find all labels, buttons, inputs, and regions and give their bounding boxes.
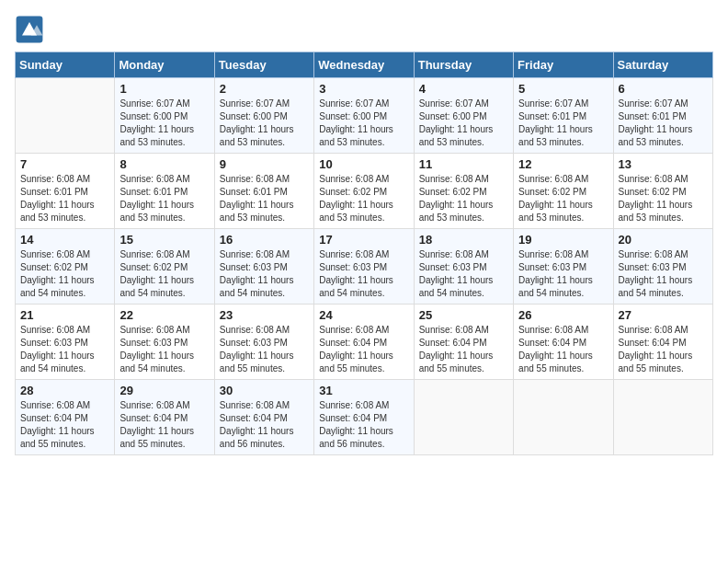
day-info: Sunrise: 6:08 AM Sunset: 6:01 PM Dayligh…	[119, 173, 209, 224]
calendar-day-cell: 29Sunrise: 6:08 AM Sunset: 6:04 PM Dayli…	[115, 380, 214, 455]
day-info: Sunrise: 6:08 AM Sunset: 6:02 PM Dayligh…	[518, 173, 608, 224]
calendar-day-cell: 14Sunrise: 6:08 AM Sunset: 6:02 PM Dayli…	[16, 229, 115, 304]
day-info: Sunrise: 6:07 AM Sunset: 6:00 PM Dayligh…	[319, 98, 408, 149]
day-info: Sunrise: 6:08 AM Sunset: 6:03 PM Dayligh…	[619, 248, 708, 300]
calendar-day-cell: 31Sunrise: 6:08 AM Sunset: 6:04 PM Dayli…	[314, 380, 414, 455]
calendar-body: 1Sunrise: 6:07 AM Sunset: 6:00 PM Daylig…	[16, 78, 713, 455]
page-header	[15, 15, 713, 44]
day-number: 27	[619, 308, 708, 322]
calendar-day-cell: 11Sunrise: 6:08 AM Sunset: 6:02 PM Dayli…	[414, 154, 513, 229]
calendar-day-cell: 22Sunrise: 6:08 AM Sunset: 6:03 PM Dayli…	[115, 304, 214, 380]
day-info: Sunrise: 6:08 AM Sunset: 6:04 PM Dayligh…	[319, 399, 408, 451]
calendar-header: SundayMondayTuesdayWednesdayThursdayFrid…	[16, 52, 713, 78]
day-number: 2	[220, 82, 309, 96]
calendar-day-cell: 20Sunrise: 6:08 AM Sunset: 6:03 PM Dayli…	[613, 229, 712, 304]
calendar-day-cell: 2Sunrise: 6:07 AM Sunset: 6:00 PM Daylig…	[214, 78, 313, 154]
day-number: 30	[220, 384, 309, 397]
calendar-week-row: 1Sunrise: 6:07 AM Sunset: 6:00 PM Daylig…	[16, 78, 713, 154]
day-number: 4	[419, 82, 508, 96]
day-info: Sunrise: 6:08 AM Sunset: 6:04 PM Dayligh…	[220, 399, 309, 451]
day-number: 10	[319, 157, 408, 171]
day-number: 14	[20, 233, 109, 247]
calendar-day-cell: 19Sunrise: 6:08 AM Sunset: 6:03 PM Dayli…	[514, 229, 613, 304]
day-info: Sunrise: 6:08 AM Sunset: 6:03 PM Dayligh…	[119, 324, 209, 375]
calendar-day-cell: 13Sunrise: 6:08 AM Sunset: 6:02 PM Dayli…	[613, 154, 712, 229]
day-number: 17	[319, 233, 408, 247]
day-number: 1	[119, 82, 209, 96]
day-info: Sunrise: 6:08 AM Sunset: 6:03 PM Dayligh…	[319, 248, 408, 300]
day-info: Sunrise: 6:08 AM Sunset: 6:04 PM Dayligh…	[518, 324, 608, 375]
day-info: Sunrise: 6:08 AM Sunset: 6:03 PM Dayligh…	[419, 248, 508, 300]
calendar-week-row: 14Sunrise: 6:08 AM Sunset: 6:02 PM Dayli…	[16, 229, 713, 304]
calendar-day-cell: 4Sunrise: 6:07 AM Sunset: 6:00 PM Daylig…	[414, 78, 513, 154]
day-info: Sunrise: 6:07 AM Sunset: 6:01 PM Dayligh…	[619, 98, 708, 149]
day-number: 22	[119, 308, 209, 322]
day-number: 18	[419, 233, 508, 247]
day-number: 16	[220, 233, 309, 247]
day-number: 11	[419, 157, 508, 171]
calendar-day-cell: 1Sunrise: 6:07 AM Sunset: 6:00 PM Daylig…	[115, 78, 214, 154]
logo-icon	[15, 15, 44, 44]
day-number: 8	[119, 157, 209, 171]
day-info: Sunrise: 6:08 AM Sunset: 6:02 PM Dayligh…	[319, 173, 408, 224]
day-number: 23	[220, 308, 309, 322]
calendar-day-cell: 27Sunrise: 6:08 AM Sunset: 6:04 PM Dayli…	[613, 304, 712, 380]
calendar-table: SundayMondayTuesdayWednesdayThursdayFrid…	[15, 52, 713, 455]
calendar-day-cell: 17Sunrise: 6:08 AM Sunset: 6:03 PM Dayli…	[314, 229, 414, 304]
weekday-header-row: SundayMondayTuesdayWednesdayThursdayFrid…	[16, 52, 713, 78]
day-number: 19	[518, 233, 608, 247]
day-info: Sunrise: 6:08 AM Sunset: 6:01 PM Dayligh…	[20, 173, 109, 224]
day-number: 24	[319, 308, 408, 322]
day-info: Sunrise: 6:08 AM Sunset: 6:02 PM Dayligh…	[20, 248, 109, 300]
day-info: Sunrise: 6:08 AM Sunset: 6:04 PM Dayligh…	[119, 399, 209, 451]
calendar-week-row: 7Sunrise: 6:08 AM Sunset: 6:01 PM Daylig…	[16, 154, 713, 229]
calendar-day-cell: 26Sunrise: 6:08 AM Sunset: 6:04 PM Dayli…	[514, 304, 613, 380]
calendar-day-cell	[613, 380, 712, 455]
day-info: Sunrise: 6:08 AM Sunset: 6:04 PM Dayligh…	[20, 399, 109, 451]
calendar-day-cell: 18Sunrise: 6:08 AM Sunset: 6:03 PM Dayli…	[414, 229, 513, 304]
day-number: 20	[619, 233, 708, 247]
calendar-day-cell: 5Sunrise: 6:07 AM Sunset: 6:01 PM Daylig…	[514, 78, 613, 154]
day-info: Sunrise: 6:07 AM Sunset: 6:00 PM Dayligh…	[119, 98, 209, 149]
weekday-header-cell: Sunday	[16, 52, 115, 78]
calendar-day-cell: 23Sunrise: 6:08 AM Sunset: 6:03 PM Dayli…	[214, 304, 313, 380]
day-number: 9	[220, 157, 309, 171]
day-info: Sunrise: 6:08 AM Sunset: 6:03 PM Dayligh…	[518, 248, 608, 300]
day-info: Sunrise: 6:08 AM Sunset: 6:02 PM Dayligh…	[419, 173, 508, 224]
weekday-header-cell: Thursday	[414, 52, 513, 78]
day-number: 28	[20, 384, 109, 397]
day-number: 26	[518, 308, 608, 322]
calendar-week-row: 21Sunrise: 6:08 AM Sunset: 6:03 PM Dayli…	[16, 304, 713, 380]
calendar-day-cell: 10Sunrise: 6:08 AM Sunset: 6:02 PM Dayli…	[314, 154, 414, 229]
day-number: 29	[119, 384, 209, 397]
calendar-day-cell: 7Sunrise: 6:08 AM Sunset: 6:01 PM Daylig…	[16, 154, 115, 229]
day-number: 5	[518, 82, 608, 96]
calendar-day-cell: 12Sunrise: 6:08 AM Sunset: 6:02 PM Dayli…	[514, 154, 613, 229]
day-info: Sunrise: 6:08 AM Sunset: 6:04 PM Dayligh…	[619, 324, 708, 375]
calendar-day-cell: 6Sunrise: 6:07 AM Sunset: 6:01 PM Daylig…	[613, 78, 712, 154]
weekday-header-cell: Friday	[514, 52, 613, 78]
day-number: 21	[20, 308, 109, 322]
day-info: Sunrise: 6:08 AM Sunset: 6:04 PM Dayligh…	[319, 324, 408, 375]
logo	[15, 15, 48, 44]
day-info: Sunrise: 6:07 AM Sunset: 6:00 PM Dayligh…	[220, 98, 309, 149]
day-info: Sunrise: 6:08 AM Sunset: 6:02 PM Dayligh…	[119, 248, 209, 300]
calendar-day-cell: 28Sunrise: 6:08 AM Sunset: 6:04 PM Dayli…	[16, 380, 115, 455]
calendar-day-cell: 25Sunrise: 6:08 AM Sunset: 6:04 PM Dayli…	[414, 304, 513, 380]
calendar-day-cell	[514, 380, 613, 455]
calendar-day-cell: 15Sunrise: 6:08 AM Sunset: 6:02 PM Dayli…	[115, 229, 214, 304]
weekday-header-cell: Monday	[115, 52, 214, 78]
day-number: 25	[419, 308, 508, 322]
day-info: Sunrise: 6:08 AM Sunset: 6:04 PM Dayligh…	[419, 324, 508, 375]
day-number: 3	[319, 82, 408, 96]
day-number: 7	[20, 157, 109, 171]
weekday-header-cell: Tuesday	[214, 52, 313, 78]
day-info: Sunrise: 6:08 AM Sunset: 6:03 PM Dayligh…	[20, 324, 109, 375]
weekday-header-cell: Wednesday	[314, 52, 414, 78]
day-info: Sunrise: 6:08 AM Sunset: 6:02 PM Dayligh…	[619, 173, 708, 224]
day-number: 15	[119, 233, 209, 247]
day-number: 31	[319, 384, 408, 397]
day-info: Sunrise: 6:07 AM Sunset: 6:00 PM Dayligh…	[419, 98, 508, 149]
calendar-day-cell: 8Sunrise: 6:08 AM Sunset: 6:01 PM Daylig…	[115, 154, 214, 229]
day-number: 12	[518, 157, 608, 171]
